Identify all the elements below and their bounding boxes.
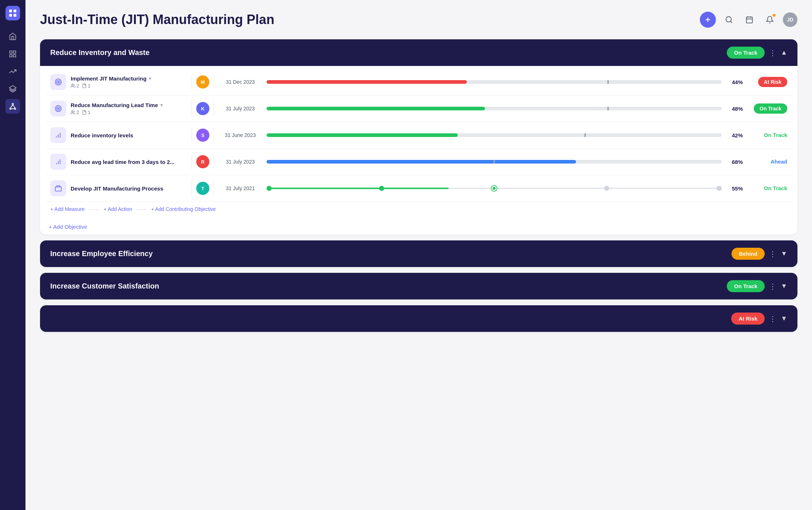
group-header: At Risk ⋮ ▼ xyxy=(40,305,797,332)
progress-pct: 55% xyxy=(725,185,743,192)
milestone-dot xyxy=(604,186,609,191)
svg-rect-2 xyxy=(9,14,12,17)
progress-area: 55% xyxy=(267,185,743,192)
progress-area: 68% xyxy=(267,159,743,165)
groups-container: Reduce Inventory and Waste On Track ⋮ ▲ … xyxy=(40,39,797,332)
group-collapse-button[interactable]: ▼ xyxy=(781,250,787,258)
objective-row: Reduce avg lead time from 3 days to 2...… xyxy=(46,149,792,175)
sidebar-item-dashboard[interactable] xyxy=(5,47,20,61)
obj-name-area: Develop JIT Manufacturing Process xyxy=(71,185,187,192)
obj-expand-icon[interactable]: ▼ xyxy=(159,103,164,108)
objective-group-group-4: At Risk ⋮ ▼ xyxy=(40,305,797,332)
progress-pct: 42% xyxy=(725,132,743,138)
header-actions: JD xyxy=(700,12,797,28)
group-header-right: Behind ⋮ ▼ xyxy=(732,248,787,260)
obj-icon xyxy=(50,127,66,143)
add-link-separator: —— xyxy=(89,206,99,212)
notifications-button[interactable] xyxy=(762,12,777,27)
obj-date: 31 June 2023 xyxy=(218,132,262,138)
add-objective-button[interactable]: + Add Objective xyxy=(49,224,87,230)
milestone-dot xyxy=(717,186,722,191)
sidebar-logo[interactable] xyxy=(5,6,20,20)
group-header-right: On Track ⋮ ▲ xyxy=(727,47,787,59)
group-title: Reduce Inventory and Waste xyxy=(50,48,150,57)
svg-point-17 xyxy=(726,17,732,22)
divider xyxy=(214,75,214,89)
add-new-button[interactable] xyxy=(700,12,716,28)
group-status-badge: On Track xyxy=(727,47,765,59)
obj-name: Reduce inventory levels xyxy=(71,132,187,138)
svg-line-18 xyxy=(730,21,732,23)
svg-rect-7 xyxy=(13,55,16,57)
progress-marker xyxy=(607,80,609,84)
obj-status-text: Ahead xyxy=(770,158,787,165)
divider xyxy=(214,181,214,196)
svg-line-12 xyxy=(11,105,13,108)
progress-pct: 48% xyxy=(725,106,743,112)
milestone-dot xyxy=(267,186,272,191)
obj-expand-icon[interactable]: ▼ xyxy=(148,76,152,81)
svg-rect-19 xyxy=(746,17,753,23)
user-avatar[interactable]: JD xyxy=(783,12,797,27)
page-title: Just-In-Time (JIT) Manufacturing Plan xyxy=(40,12,274,27)
objective-row: Reduce Manufacturing Lead Time ▼ 2 xyxy=(46,95,792,122)
action-count: 1 xyxy=(82,110,90,115)
obj-status-badge: At Risk xyxy=(758,77,787,87)
progress-bar-bg xyxy=(267,160,722,164)
group-more-button[interactable]: ⋮ xyxy=(769,282,776,291)
divider xyxy=(192,101,192,116)
obj-name-area: Implement JIT Manufacturing ▼ 2 xyxy=(71,75,187,89)
obj-icon xyxy=(50,101,66,117)
obj-status-text: On Track xyxy=(764,132,787,138)
obj-name-area: Reduce avg lead time from 3 days to 2... xyxy=(71,159,187,165)
obj-avatar: M xyxy=(196,75,209,89)
sidebar-item-home[interactable] xyxy=(5,29,20,44)
objective-group-group-3: Increase Customer Satisfaction On Track … xyxy=(40,273,797,299)
add-link-1[interactable]: + Add Action xyxy=(104,206,132,212)
group-collapse-button[interactable]: ▲ xyxy=(781,49,787,56)
divider xyxy=(192,128,192,142)
objective-row: Develop JIT Manufacturing Process T 31 J… xyxy=(46,175,792,202)
objective-group-group-1: Reduce Inventory and Waste On Track ⋮ ▲ … xyxy=(40,39,797,235)
sidebar xyxy=(0,0,25,510)
obj-status: At Risk xyxy=(747,77,787,87)
progress-pct: 44% xyxy=(725,79,743,85)
svg-point-28 xyxy=(56,107,60,110)
group-header-right: On Track ⋮ ▼ xyxy=(727,280,787,292)
obj-avatar: R xyxy=(196,155,209,168)
sidebar-item-analytics[interactable] xyxy=(5,64,20,79)
group-more-button[interactable]: ⋮ xyxy=(769,314,776,323)
svg-point-26 xyxy=(72,84,73,86)
svg-rect-5 xyxy=(13,51,16,53)
main-content: Just-In-Time (JIT) Manufacturing Plan xyxy=(25,0,812,510)
obj-icon xyxy=(50,154,66,170)
svg-point-10 xyxy=(10,108,11,110)
progress-bar-fill xyxy=(267,160,576,164)
divider xyxy=(192,75,192,89)
group-more-button[interactable]: ⋮ xyxy=(769,48,776,57)
divider xyxy=(214,101,214,116)
calendar-button[interactable] xyxy=(742,12,757,27)
divider xyxy=(192,154,192,169)
obj-meta: 2 1 xyxy=(71,110,187,115)
obj-avatar: T xyxy=(196,182,209,195)
divider xyxy=(214,128,214,142)
sidebar-item-layers[interactable] xyxy=(5,82,20,96)
progress-marker xyxy=(493,160,495,164)
obj-date: 31 July 2023 xyxy=(218,106,262,111)
add-link-2[interactable]: + Add Contributing Objective xyxy=(151,206,216,212)
search-button[interactable] xyxy=(722,12,736,27)
svg-rect-31 xyxy=(55,187,62,191)
sidebar-item-network[interactable] xyxy=(5,99,20,114)
group-collapse-button[interactable]: ▼ xyxy=(781,315,787,322)
group-collapse-button[interactable]: ▼ xyxy=(781,282,787,290)
svg-rect-4 xyxy=(10,51,12,53)
group-status-badge: Behind xyxy=(732,248,765,260)
svg-rect-3 xyxy=(13,14,16,17)
group-more-button[interactable]: ⋮ xyxy=(769,250,776,258)
group-header-right: At Risk ⋮ ▼ xyxy=(731,313,787,325)
add-link-0[interactable]: + Add Measure xyxy=(50,206,85,212)
svg-point-24 xyxy=(56,80,60,84)
svg-point-11 xyxy=(15,108,16,110)
progress-marker xyxy=(584,133,586,137)
